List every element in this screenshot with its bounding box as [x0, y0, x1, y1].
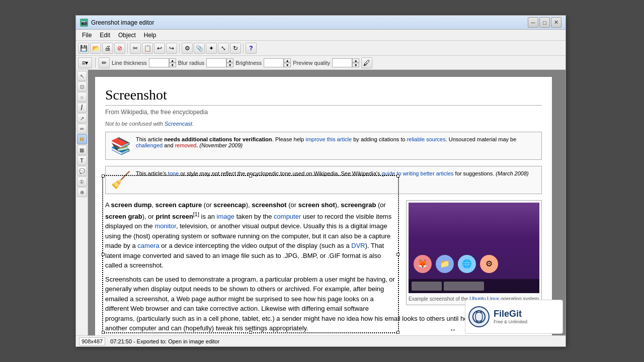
tone-notice: 🧹 This article's tone or style may not r…	[105, 166, 542, 194]
preview-quality-spinbox: 100 ▲ ▼	[332, 58, 359, 67]
menu-edit[interactable]: Edit	[96, 31, 114, 40]
screencast-link[interactable]: Screencast	[165, 121, 192, 127]
handle-ml[interactable]	[102, 253, 105, 256]
copy-button[interactable]: 📋	[142, 43, 153, 54]
citation-notice: 📚 This article needs additional citation…	[105, 132, 542, 160]
redo-button[interactable]: ↪	[166, 43, 177, 54]
challenged-link[interactable]: challenged	[136, 142, 163, 148]
line-thickness-up[interactable]: ▲	[169, 58, 176, 63]
toolbar2-sep1	[95, 58, 96, 68]
menu-object[interactable]: Object	[114, 31, 140, 40]
article-infobox: 🦊 📁 🌐 ⚙	[406, 200, 542, 305]
text-tool[interactable]: T	[77, 155, 87, 165]
settings-button[interactable]: ⚙	[182, 43, 193, 54]
cursor-tool[interactable]: ↖	[77, 71, 87, 81]
help-button[interactable]: ?	[246, 43, 257, 54]
toolbar-separator-1	[127, 43, 128, 53]
save-button[interactable]: 💾	[78, 43, 89, 54]
speech-tool[interactable]: 💬	[77, 166, 87, 176]
blur-radius-input[interactable]: 2	[206, 58, 226, 67]
line-thickness-down[interactable]: ▼	[169, 63, 176, 67]
clipboard-button[interactable]: 📎	[194, 43, 205, 54]
blur-radius-up[interactable]: ▲	[226, 58, 233, 63]
preview-quality-spin-buttons: ▲ ▼	[352, 58, 359, 67]
image-link[interactable]: image	[217, 213, 234, 220]
status-message: 07:21:50 - Exported to: Open in image ed…	[110, 338, 219, 344]
preview-icon[interactable]: 🖊	[361, 57, 372, 68]
main-window: 📷 Greenshot image editor ─ □ ✕ File Edit…	[75, 15, 566, 347]
notice-icon-1: 📚	[111, 136, 131, 155]
cut-button[interactable]: ✂	[130, 43, 141, 54]
brightness-spin-buttons: ▲ ▼	[284, 58, 291, 67]
color-picker[interactable]: ✏	[99, 57, 110, 68]
crop-tool[interactable]: ⊡	[77, 81, 87, 92]
step-tool[interactable]: ①	[77, 176, 87, 187]
article-notice: Not to be confused with Screencast.	[105, 121, 542, 127]
resize-button[interactable]: ⤡	[218, 43, 229, 54]
filegit-watermark: FileGit Free & Unlimited	[465, 300, 563, 334]
undo-button[interactable]: ↩	[154, 43, 165, 54]
toolbar-separator-3	[243, 43, 244, 53]
handle-bl[interactable]	[102, 331, 105, 334]
notice-text-2: This article's tone or style may not ref…	[136, 170, 529, 190]
line-thickness-input[interactable]: 0	[149, 58, 169, 67]
left-tool-panel: ↖ ⊡ ○ / ↗ ✏ H ▦ T 💬 ① ⊕	[76, 70, 88, 346]
dvr-link[interactable]: DVR	[351, 242, 365, 249]
infobox-image: 🦊 📁 🌐 ⚙	[409, 203, 539, 293]
brightness-input[interactable]: 85	[264, 58, 284, 67]
blur-radius-spinbox: 2 ▲ ▼	[206, 58, 233, 67]
ellipse-tool[interactable]: ○	[77, 92, 87, 102]
brightness-up[interactable]: ▲	[284, 58, 291, 63]
main-toolbar: 💾 📂 🖨 ⊘ ✂ 📋 ↩ ↪ ⚙ 📎 ✦ ⤡ ↻ ?	[76, 41, 566, 56]
blur-radius-down[interactable]: ▼	[226, 63, 233, 67]
print-button[interactable]: 🖨	[102, 43, 113, 54]
rotate-btn[interactable]: ↻	[230, 43, 241, 54]
article-title: Screenshot	[105, 87, 542, 106]
improve-link[interactable]: improve this article	[305, 136, 352, 142]
icon-network: 🌐	[458, 255, 476, 273]
filegit-logo	[468, 306, 490, 327]
notice-text-1: This article needs additional citations …	[136, 136, 536, 155]
highlight-tool[interactable]: H	[77, 134, 87, 144]
secondary-toolbar: ≡▾ ✏ Line thickness 0 ▲ ▼ Blur radius 2 …	[76, 56, 566, 70]
camera-link[interactable]: camera	[137, 242, 159, 249]
brightness-down[interactable]: ▼	[284, 63, 291, 67]
menu-help[interactable]: Help	[140, 31, 160, 40]
title-bar: 📷 Greenshot image editor ─ □ ✕	[76, 16, 566, 30]
open-button[interactable]: 📂	[90, 43, 101, 54]
restore-button[interactable]: □	[539, 17, 550, 28]
freehand-tool[interactable]: ✏	[77, 124, 87, 134]
taskbar-item	[412, 282, 442, 291]
minimize-button[interactable]: ─	[528, 17, 538, 28]
article-subtitle: From Wikipedia, the free encyclopedia	[105, 109, 542, 116]
removed-link[interactable]: removed	[175, 142, 197, 148]
counter-tool[interactable]: ⊕	[77, 187, 87, 197]
guide-link[interactable]: guide to writing better articles	[381, 170, 453, 176]
tone-link[interactable]: tone	[168, 170, 179, 176]
preview-quality-up[interactable]: ▲	[352, 58, 359, 63]
close-button[interactable]: ✕	[551, 17, 561, 28]
handle-tl[interactable]	[102, 174, 105, 177]
status-bar: 908x487 07:21:50 - Exported to: Open in …	[76, 335, 566, 346]
canvas-viewport[interactable]: Screenshot From Wikipedia, the free ency…	[88, 70, 566, 346]
resize-cursor: ↔	[449, 326, 456, 334]
menu-file[interactable]: File	[78, 31, 96, 40]
menu-bar: File Edit Object Help	[76, 30, 566, 41]
effects-button[interactable]: ✦	[206, 43, 217, 54]
line-tool[interactable]: /	[77, 103, 87, 113]
preview-quality-input[interactable]: 100	[332, 58, 352, 67]
image-dimensions: 908x487	[79, 337, 105, 345]
stop-button[interactable]: ⊘	[114, 43, 125, 54]
computer-link[interactable]: computer	[274, 213, 301, 220]
monitor-link[interactable]: monitor	[154, 222, 176, 230]
filegit-text: FileGit Free & Unlimited	[494, 309, 527, 324]
arrow-tool[interactable]: ↗	[77, 113, 87, 123]
app-icon: 📷	[80, 19, 88, 27]
window-controls: ─ □ ✕	[528, 17, 561, 28]
reliable-link[interactable]: reliable sources	[407, 136, 446, 142]
preview-quality-down[interactable]: ▼	[352, 63, 359, 67]
obfuscate-tool[interactable]: ▦	[77, 145, 87, 155]
preview-quality-label: Preview quality	[293, 60, 330, 66]
line-thickness-label: Line thickness	[112, 60, 147, 66]
line-style-button[interactable]: ≡▾	[78, 57, 92, 68]
